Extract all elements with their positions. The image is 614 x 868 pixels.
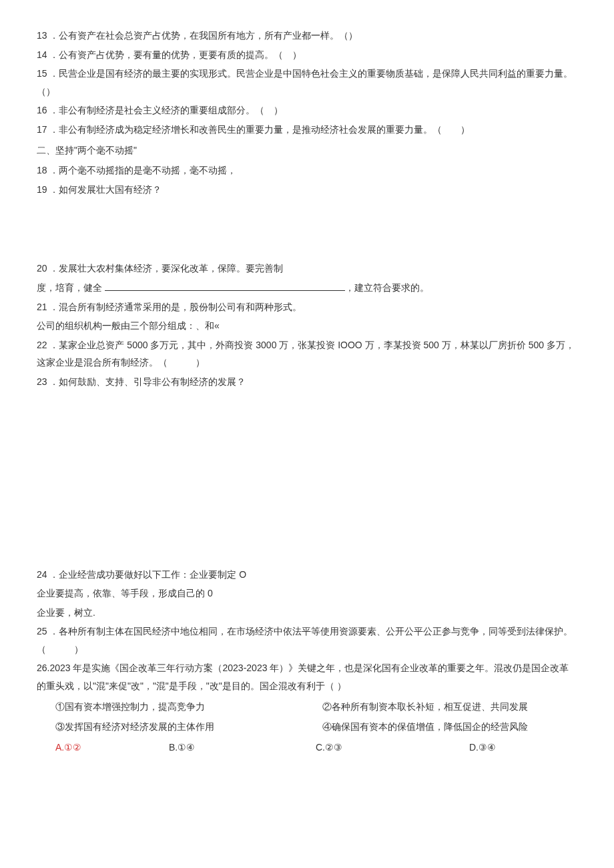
choice-a[interactable]: A.①② xyxy=(55,739,169,757)
question-15: 15 ．民营企业是国有经济的最主要的实现形式。民营企业是中国特色社会主义的重要物… xyxy=(37,65,577,100)
section-2-heading: 二、坚持"两个毫不动摇" xyxy=(37,141,577,159)
options-row-1: ①国有资本增强控制力，提高竞争力 ②各种所有制资本取长补短，相互促进、共同发展 xyxy=(37,698,577,716)
question-17: 17 ．非公有制经济成为稳定经济增长和改善民生的重要力量，是推动经济社会发展的重… xyxy=(37,121,577,139)
question-21: 21 ．混合所有制经济通常采用的是，股份制公司有和两种形式。 xyxy=(37,298,577,316)
q20b-pre: 度，培育，健全 xyxy=(37,282,105,293)
question-18: 18 ．两个毫不动摇指的是毫不动摇，毫不动摇， xyxy=(37,161,577,179)
question-21-cont: 公司的组织机构一般由三个部分组成：、和« xyxy=(37,317,577,335)
choice-b[interactable]: B.①④ xyxy=(169,739,316,757)
choice-c[interactable]: C.②③ xyxy=(316,739,469,757)
choice-d[interactable]: D.③④ xyxy=(469,739,577,757)
question-19: 19 ．如何发展壮大国有经济？ xyxy=(37,181,577,199)
option-4: ④确保国有资本的保值增值，降低国企的经营风险 xyxy=(322,718,577,736)
question-23: 23 ．如何鼓励、支持、引导非公有制经济的发展？ xyxy=(37,373,577,391)
question-14: 14 ．公有资产占优势，要有量的优势，更要有质的提高。（ ） xyxy=(37,46,577,64)
answer-space-19 xyxy=(37,199,577,260)
fill-blank-line[interactable] xyxy=(105,282,345,291)
question-13: 13 ．公有资产在社会总资产占优势，在我国所有地方，所有产业都一样。（） xyxy=(37,27,577,45)
q20b-post: ，建立符合要求的。 xyxy=(345,282,429,293)
question-20: 20 ．发展壮大农村集体经济，要深化改革，保障。要完善制 xyxy=(37,260,577,278)
option-1: ①国有资本增强控制力，提高竞争力 xyxy=(55,698,322,716)
choices-row: A.①② B.①④ C.②③ D.③④ xyxy=(37,739,577,757)
question-22: 22 ．某家企业总资产 5000 多万元，其中，外商投资 3000 万，张某投资… xyxy=(37,336,577,372)
answer-space-23 xyxy=(37,392,577,566)
question-25: 25 ．各种所有制主体在国民经济中地位相同，在市场经济中依法平等使用资源要素、公… xyxy=(37,622,577,658)
question-24: 24 ．企业经营成功要做好以下工作：企业要制定 O xyxy=(37,566,577,584)
question-16: 16 ．非公有制经济是社会主义经济的重要组成部分。（ ） xyxy=(37,101,577,119)
question-26: 26.2023 年是实施《国企改革三年行动方案（2023-2023 年）》关键之… xyxy=(37,659,577,695)
option-3: ③发挥国有经济对经济发展的主体作用 xyxy=(55,718,322,736)
question-24c: 企业要，树立. xyxy=(37,604,577,622)
options-row-2: ③发挥国有经济对经济发展的主体作用 ④确保国有资本的保值增值，降低国企的经营风险 xyxy=(37,718,577,736)
option-2: ②各种所有制资本取长补短，相互促进、共同发展 xyxy=(322,698,577,716)
question-20-cont: 度，培育，健全 ，建立符合要求的。 xyxy=(37,279,577,297)
question-24b: 企业要提高，依靠、等手段，形成自己的 0 xyxy=(37,584,577,602)
